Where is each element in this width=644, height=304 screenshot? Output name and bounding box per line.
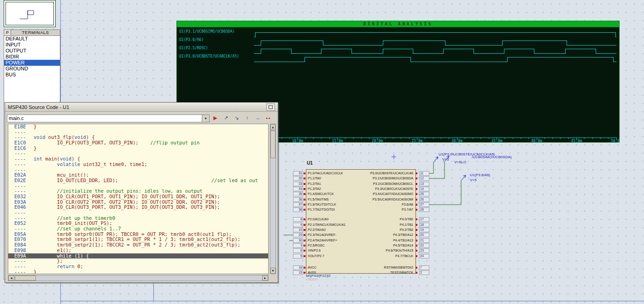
pin-marker[interactable] [304,183,305,185]
terminal-item-default[interactable]: DEFAULT [4,36,60,42]
step-over-icon[interactable]: ↗ [221,114,231,123]
code-line[interactable]: ---- }; [8,258,268,264]
pin-marker[interactable] [416,199,417,201]
probe-label[interactable]: V=5 [470,178,476,182]
breakpoints-icon[interactable]: ●● [263,114,273,123]
breakpoint-gutter[interactable] [8,146,14,151]
breakpoint-gutter[interactable] [8,151,14,156]
pin-marker[interactable] [416,245,417,247]
pin-marker[interactable] [304,255,305,257]
source-code-window[interactable]: MSP430 Source Code - U1 main.c ▼ ▶↗↘↑→●●… [5,102,278,283]
chevron-down-icon[interactable]: ▼ [202,115,209,122]
horizontal-scrollbar[interactable]: ◄ ► [8,275,269,281]
pin-marker[interactable] [304,234,305,236]
pin-marker[interactable] [304,209,305,211]
breakpoint-gutter[interactable] [8,216,14,221]
code-line[interactable]: E084 tmrb0_setpr2(1); TBCCR2 = OUT_PR * … [8,242,268,248]
source-file-combo[interactable]: main.c ▼ [7,115,210,122]
code-line[interactable]: E098 e1(); [8,248,268,253]
code-line[interactable]: ▶E09A while (1) { [8,253,268,259]
vscroll-thumb[interactable] [270,131,275,158]
code-line[interactable]: E02A mcu_init(); [8,172,268,178]
pin-marker[interactable] [304,245,305,247]
code-line[interactable]: ---- [8,151,268,156]
code-line[interactable]: ----} [8,270,268,274]
code-line[interactable]: E1BE} [8,124,268,130]
pin-marker[interactable] [416,234,417,236]
breakpoint-gutter[interactable] [8,194,14,200]
code-line[interactable]: ---- [8,210,268,216]
pin-marker[interactable] [304,193,305,195]
code-line[interactable]: ---- //set up the timerb0 [8,216,268,221]
current-line-arrow-icon[interactable]: ▶ [8,253,14,259]
code-line[interactable]: ---- //initialize the output pins: idles… [8,189,268,194]
terminal-item-ground[interactable]: GROUND [4,66,60,72]
breakpoint-gutter[interactable] [8,135,14,140]
terminal-item-power[interactable]: POWER [4,60,60,66]
pin-marker[interactable] [304,204,305,206]
pin-marker[interactable] [304,178,305,179]
code-line[interactable]: E03A IO_CLR(OUT2_PORT, OUT2_PIN); IO_OUT… [8,200,268,205]
pin-marker[interactable] [416,218,417,220]
breakpoint-gutter[interactable] [8,189,14,194]
code-line[interactable]: ---- volatile uint32_t time0, time1; [8,162,268,167]
code-line[interactable]: E052 tmrb0_init(OUT_PS); [8,221,268,226]
code-line[interactable]: E046 IO_CLR(OUT3_PORT, OUT3_PIN); IO_OUT… [8,205,268,210]
pin-marker[interactable] [416,267,417,269]
step-into-icon[interactable]: ↘ [232,114,241,123]
pin-marker[interactable] [416,229,417,231]
terminal-item-bidir[interactable]: BIDIR [4,54,60,60]
breakpoint-gutter[interactable] [8,237,14,242]
vertical-scrollbar[interactable]: ▲ ▼ [270,124,276,274]
breakpoint-gutter[interactable] [8,178,14,184]
pin-marker[interactable] [416,240,417,241]
step-out-icon[interactable]: ↑ [242,114,252,123]
scroll-right-icon[interactable]: ► [262,275,268,281]
pin-marker[interactable] [416,255,417,257]
breakpoint-gutter[interactable] [8,270,14,274]
scroll-down-icon[interactable]: ▼ [270,268,275,274]
breakpoint-gutter[interactable] [8,172,14,178]
breakpoint-gutter[interactable] [8,232,14,237]
scroll-up-icon[interactable]: ▲ [270,124,275,130]
pin-marker[interactable] [416,178,417,179]
probe-label[interactable]: V=5 [442,157,449,161]
pin-marker[interactable] [416,250,417,252]
breakpoint-gutter[interactable] [8,264,14,270]
code-line[interactable]: E05A tmrb0_setpr0(OUT_PR); TBCCR0 = OUT_… [8,232,268,237]
breakpoint-gutter[interactable] [8,205,14,210]
code-line[interactable]: ---- [8,130,268,135]
breakpoint-gutter[interactable] [8,242,14,248]
terminal-item-input[interactable]: INPUT [4,42,60,48]
pin-marker[interactable] [416,193,417,195]
pin-marker[interactable] [416,204,417,206]
pin-marker[interactable] [304,188,305,190]
pin-marker[interactable] [304,218,305,220]
code-line[interactable]: E070 tmrb0_setpr1(1); TBCCR1 = OUT_PR * … [8,237,268,242]
breakpoint-gutter[interactable] [8,156,14,162]
code-line[interactable]: ---- return 0; [8,264,268,270]
pin-marker[interactable] [304,272,305,274]
pin-marker[interactable] [416,209,417,211]
pin-marker[interactable] [304,267,305,269]
breakpoint-gutter[interactable] [8,162,14,167]
code-line[interactable]: E1C0 IO_FLP(OUT3_PORT, OUT3_PIN); //flip… [8,140,268,146]
code-line[interactable]: ---- [8,167,268,173]
run-to-cursor-icon[interactable]: → [253,114,263,123]
close-button[interactable] [266,103,275,111]
probe-label[interactable]: V=SLO [454,160,466,164]
terminal-item-output[interactable]: OUTPUT [4,48,60,54]
hscroll-thumb[interactable] [15,275,36,281]
breakpoint-gutter[interactable] [8,258,14,264]
code-line[interactable]: ----void out3_flp(void) { [8,135,268,140]
breakpoint-gutter[interactable] [8,226,14,232]
breakpoint-gutter[interactable] [8,248,14,253]
breakpoint-gutter[interactable] [8,124,14,130]
pin-marker[interactable] [304,229,305,231]
pin-marker[interactable] [304,250,305,252]
breakpoint-gutter[interactable] [8,210,14,216]
code-line[interactable]: E1C6} [8,146,268,151]
code-line[interactable]: ----int main(void) { [8,156,268,162]
pin-marker[interactable] [304,240,305,241]
pin-marker[interactable] [304,172,305,174]
